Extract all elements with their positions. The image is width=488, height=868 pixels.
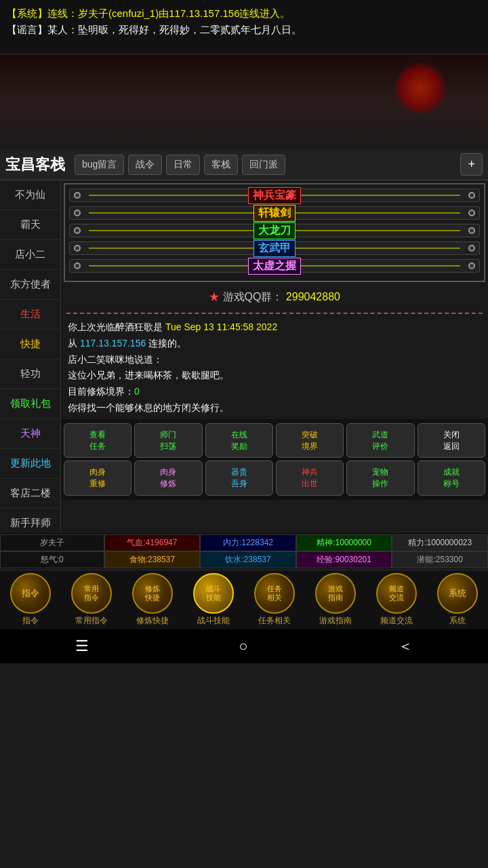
- info-line5: 目前修炼境界：0: [68, 384, 481, 400]
- nav-btn-guide[interactable]: 游戏指南 游戏指南: [308, 573, 363, 627]
- info-area: 你上次光临醉酒狂歌是 Tue Sep 13 11:45:58 2022 从 11…: [61, 317, 488, 419]
- dot-left-2: [74, 227, 81, 234]
- nav-icon-guide: 游戏指南: [328, 585, 343, 602]
- action-breakthrough[interactable]: 突破境界: [276, 423, 344, 458]
- menu-icon[interactable]: ☰: [75, 637, 89, 655]
- nav-circle-system: 系统: [437, 573, 478, 614]
- nav-btn-system[interactable]: 系统 系统: [430, 573, 485, 627]
- equip-name-2: 大龙刀: [253, 222, 296, 239]
- action-equip-body[interactable]: 器贵吾身: [205, 460, 273, 496]
- action-view-tasks[interactable]: 查看任务: [64, 423, 131, 458]
- sidebar-item-update[interactable]: 更新此地: [0, 449, 60, 479]
- dot-right-1: [468, 210, 475, 216]
- nav-btn-cultivate[interactable]: 修炼快捷 修炼快捷: [125, 573, 180, 627]
- stat-anger: 怒气:0: [0, 551, 104, 568]
- sidebar-item-0[interactable]: 不为仙: [0, 180, 60, 210]
- line-2: [89, 230, 272, 231]
- equip-name-3: 玄武甲: [253, 240, 296, 257]
- home-icon[interactable]: ○: [239, 637, 247, 655]
- sidebar-item-3[interactable]: 东方使者: [0, 270, 60, 300]
- line-3: [89, 248, 272, 249]
- tab-inn[interactable]: 客栈: [204, 155, 238, 175]
- nav-circle-commands: 指令: [10, 573, 51, 614]
- line-3r: [277, 248, 460, 249]
- action-martial-eval[interactable]: 武道评价: [346, 423, 414, 458]
- nav-icon-channel: 频道交流: [389, 585, 404, 602]
- info-line5-value: 0: [134, 386, 140, 397]
- info-line1-time: Tue Sep 13 11:45:58 2022: [165, 321, 277, 332]
- nav-btn-tasks[interactable]: 任务相关 任务相关: [247, 573, 302, 627]
- equip-row-2[interactable]: 大龙刀: [69, 224, 480, 237]
- action-close-return[interactable]: 关闭返回: [418, 423, 485, 458]
- status-row-2: 怒气:0 食物:238537 饮水:238537 经验:90030201 潜能:…: [0, 551, 488, 568]
- dot-right-4: [468, 262, 475, 269]
- equip-row-3[interactable]: 玄武甲: [69, 241, 480, 255]
- status-bars: 岁夫子 气血:4196947 内力:1228342 精神:10000000 精力…: [0, 533, 488, 570]
- action-buttons: 查看任务 师门扫荡 在线奖励 突破境界 武道评价 关闭返回 肉身重修 肉身修炼 …: [61, 419, 488, 500]
- nav-circle-tasks: 任务相关: [254, 573, 295, 614]
- dot-left-0: [74, 192, 81, 199]
- tab-daily[interactable]: 日常: [166, 155, 200, 175]
- equip-row-1[interactable]: 轩辕剑: [69, 206, 480, 220]
- action-sect-sweep[interactable]: 师门扫荡: [134, 423, 202, 458]
- nav-icon-cultivate: 修炼快捷: [145, 585, 160, 602]
- info-line1: 你上次光临醉酒狂歌是 Tue Sep 13 11:45:58 2022: [68, 319, 481, 336]
- sidebar-item-quick[interactable]: 快捷: [0, 330, 60, 359]
- nav-icon-tasks: 任务相关: [267, 585, 282, 602]
- nav-icon-common: 常用指令: [84, 585, 99, 602]
- system-messages: 【系统】连线：岁夫子(cenfuzi_1)由117.13.157.156连线进入…: [0, 0, 488, 54]
- nav-icon-commands: 指令: [22, 588, 39, 599]
- sidebar-item-2f[interactable]: 客店二楼: [0, 479, 60, 509]
- nav-btn-channel[interactable]: 频道交流 频道交流: [369, 573, 424, 627]
- sidebar-item-qinggong[interactable]: 轻功: [0, 359, 60, 389]
- nav-circle-combat: 战斗技能: [193, 573, 234, 614]
- sidebar-item-life[interactable]: 生活: [0, 300, 60, 330]
- nav-btn-commands[interactable]: 指令 指令: [3, 573, 58, 627]
- status-row-1: 岁夫子 气血:4196947 内力:1228342 精神:10000000 精力…: [0, 534, 488, 551]
- nav-icon-combat: 战斗技能: [206, 585, 221, 602]
- action-divine-weapon[interactable]: 神兵出世: [276, 460, 344, 496]
- system-message: 【系统】连线：岁夫子(cenfuzi_1)由117.13.157.156连线进入…: [7, 5, 481, 22]
- qq-label: 游戏QQ群：: [223, 291, 283, 302]
- info-line2-prefix: 从: [68, 338, 80, 349]
- back-icon[interactable]: ＜: [398, 636, 413, 656]
- equip-row-4[interactable]: 太虚之握: [69, 259, 480, 273]
- tab-battle-order[interactable]: 战令: [128, 155, 162, 175]
- nav-circle-cultivate: 修炼快捷: [132, 573, 173, 614]
- nav-label-guide: 游戏指南: [319, 615, 352, 627]
- line-2r: [277, 230, 460, 231]
- nav-icon-system: 系统: [449, 588, 466, 599]
- action-online-reward[interactable]: 在线奖励: [205, 423, 273, 458]
- nav-label-system: 系统: [449, 615, 466, 627]
- nav-circle-guide: 游戏指南: [315, 573, 356, 614]
- system-content: 岁夫子(cenfuzi_1)由117.13.157.156连线进入。: [78, 7, 290, 19]
- equip-row-0[interactable]: 神兵宝篆: [69, 189, 480, 202]
- dot-left-4: [74, 262, 81, 269]
- action-body-rebuild[interactable]: 肉身重修: [64, 460, 131, 496]
- equipment-panel: X 神兵宝篆 轩辕剑 大龙刀: [64, 183, 485, 282]
- line-4: [89, 265, 272, 267]
- dot-right-3: [468, 245, 475, 252]
- sidebar-item-2[interactable]: 店小二: [0, 240, 60, 270]
- tab-add-button[interactable]: +: [460, 153, 483, 176]
- tab-return-sect[interactable]: 回门派: [242, 155, 285, 175]
- action-achievements[interactable]: 成就称号: [418, 460, 485, 496]
- inn-title: 宝昌客栈: [5, 155, 65, 175]
- nav-btn-combat[interactable]: 战斗技能 战斗技能: [186, 573, 241, 627]
- nav-btn-common[interactable]: 常用指令 常用指令: [64, 573, 119, 627]
- stat-sp: 精神:10000000: [296, 534, 392, 551]
- tab-bug[interactable]: bug留言: [75, 155, 124, 175]
- action-body-cultivate[interactable]: 肉身修炼: [134, 460, 202, 496]
- content-panel: X 神兵宝篆 轩辕剑 大龙刀: [61, 180, 488, 533]
- action-pet-ops[interactable]: 宠物操作: [346, 460, 414, 496]
- sidebar-item-tianshen[interactable]: 天神: [0, 419, 60, 449]
- sidebar-item-gift[interactable]: 领取礼包: [0, 389, 60, 419]
- equip-name-1: 轩辕剑: [253, 205, 296, 222]
- sidebar-item-1[interactable]: 霸天: [0, 210, 60, 240]
- dot-right-2: [468, 227, 475, 234]
- stat-pp: 精力:1000000023: [392, 534, 488, 551]
- line-4r: [277, 265, 460, 267]
- qq-divider: [66, 313, 483, 314]
- line-0: [89, 195, 272, 196]
- rumor-message: 【谣言】某人：坠明昄，死得好，死得妙，二零贰贰年七月八日。: [7, 22, 481, 38]
